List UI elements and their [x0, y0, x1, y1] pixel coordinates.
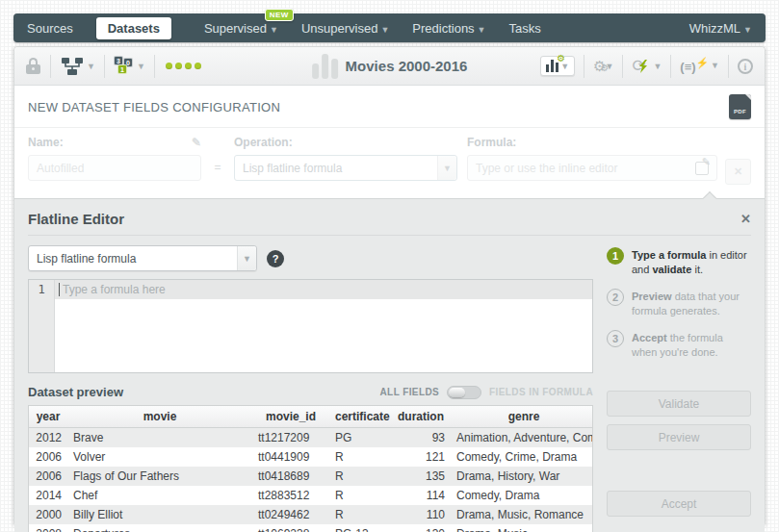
- flatline-body: Lisp flatline formula ▼ ? 1 Type a fo: [28, 245, 751, 532]
- nav-item-sources[interactable]: Sources: [27, 21, 73, 36]
- all-fields-label: ALL FIELDS: [380, 387, 440, 397]
- table-cell: 93: [391, 428, 451, 448]
- step-1-text: Type a formula in editor and validate it…: [632, 247, 751, 277]
- configure-button[interactable]: ⚙⚙ ▼: [593, 58, 613, 75]
- dataset-counts-button[interactable]: 301 ▼: [114, 56, 145, 76]
- table-row: 2012Bravett1217209PG93Animation, Adventu…: [29, 428, 593, 448]
- line-number: 1: [38, 283, 44, 296]
- accept-button[interactable]: Accept: [607, 491, 751, 517]
- chevron-down-icon: ▼: [605, 62, 613, 71]
- nav-item-label: Predictions: [412, 21, 474, 36]
- table-cell: tt2883512: [252, 486, 329, 505]
- formula-button[interactable]: (≡)⚡ ▼: [680, 57, 719, 74]
- code-area[interactable]: Type a formula here: [55, 280, 592, 372]
- formula-code-editor[interactable]: 1 Type a formula here: [28, 279, 593, 373]
- table-cell: Animation, Adventure, Comedy: [451, 428, 593, 448]
- dataset-tree-icon: [60, 57, 85, 76]
- chevron-down-icon: ▼: [237, 246, 256, 270]
- chevron-down-icon: ▼: [478, 25, 486, 35]
- dataset-bars-icon: [312, 54, 338, 79]
- toolbar-divider: [104, 55, 105, 78]
- gear-icon: ⚙: [557, 54, 565, 63]
- step-3-number: 3: [607, 330, 624, 347]
- step-3-text: Accept the formula when you're done.: [632, 330, 751, 360]
- info-button[interactable]: i: [738, 59, 753, 74]
- step-1-number: 1: [607, 247, 624, 265]
- remove-field-button[interactable]: ✕: [725, 159, 751, 185]
- chevron-down-icon: ▼: [87, 62, 95, 71]
- toolbar-divider: [154, 55, 155, 78]
- nav-item-label: Supervised: [204, 21, 267, 36]
- lock-icon[interactable]: [26, 58, 41, 75]
- table-cell: R: [329, 467, 391, 486]
- table-cell: 2006: [29, 467, 67, 486]
- section-title: NEW DATASET FIELDS CONFIGURATION: [28, 100, 280, 114]
- toolbar-divider: [670, 55, 671, 78]
- table-cell: 114: [391, 486, 451, 505]
- table-cell: R: [329, 486, 391, 505]
- table-row: 2014Cheftt2883512R114Comedy, Drama7.3000…: [29, 486, 593, 505]
- column-header: movie: [67, 406, 252, 428]
- toolbar-divider: [584, 55, 584, 78]
- nav-item-unsupervised[interactable]: Unsupervised▼: [301, 21, 389, 36]
- nav-item-predictions[interactable]: Predictions▼: [412, 21, 485, 36]
- flatline-right-column: 1 Type a formula in editor and validate …: [607, 245, 751, 532]
- name-label-row: Name: ✎: [28, 136, 201, 149]
- page-fold: [745, 94, 751, 100]
- status-dots-icon: [166, 63, 201, 69]
- chevron-down-icon: ▼: [437, 156, 456, 180]
- validate-button[interactable]: Validate: [607, 391, 751, 417]
- fields-toggle-switch[interactable]: [447, 386, 481, 399]
- nav-item-whizzml[interactable]: WhizzML▼: [689, 21, 752, 36]
- fields-toggle-group: ALL FIELDS FIELDS IN FORMULA: [380, 386, 594, 399]
- nav-item-supervised[interactable]: Supervised▼ NEW: [204, 21, 278, 36]
- formula-label: Formula:: [467, 136, 717, 149]
- table-row: 2000Billy Elliottt0249462R110Drama, Musi…: [29, 505, 593, 524]
- dataset-title: Movies 2000-2016: [346, 58, 468, 74]
- instruction-steps: 1 Type a formula in editor and validate …: [607, 245, 751, 360]
- pdf-label: PDF: [729, 109, 751, 114]
- table-cell: tt1217209: [252, 428, 329, 448]
- dataset-card: ▼ 301 ▼ Movies 2000-2016 ⚙: [13, 46, 766, 526]
- info-icon: i: [738, 59, 753, 74]
- table-cell: tt0418689: [252, 467, 329, 486]
- dynamic-scatterplot-button[interactable]: ⚙ ▼: [540, 56, 575, 76]
- toggle-knob: [449, 388, 465, 397]
- dataset-preview-table-container: yearmoviemovie_idcertificatedurationgenr…: [28, 405, 593, 532]
- table-cell: Volver: [67, 447, 252, 467]
- step-2-text: Preview data that your formula generates…: [632, 289, 751, 318]
- column-header: movie_id: [252, 406, 329, 428]
- toolbar-divider: [50, 55, 51, 78]
- flatline-editor-panel: Flatline Editor ✕ Lisp flatline formula …: [14, 198, 765, 532]
- operation-select[interactable]: Lisp flatline formula ▼: [234, 155, 457, 181]
- inline-editor-icon[interactable]: [695, 162, 709, 175]
- preview-button[interactable]: Preview: [607, 424, 751, 450]
- formula-input[interactable]: Type or use the inline editor: [467, 155, 717, 181]
- lock-icon: [26, 58, 41, 75]
- toolbar-divider: [728, 55, 729, 78]
- operation-label: Operation:: [234, 136, 457, 149]
- language-select[interactable]: Lisp flatline formula ▼: [28, 245, 257, 271]
- table-cell: R: [329, 505, 391, 524]
- help-icon[interactable]: ?: [267, 250, 284, 267]
- formula-placeholder: Type or use the inline editor: [476, 162, 617, 175]
- nav-item-datasets[interactable]: Datasets: [96, 17, 171, 39]
- export-pdf-button[interactable]: PDF: [729, 94, 751, 119]
- dataset-preview-title: Dataset preview: [28, 385, 123, 399]
- chevron-down-icon: ▼: [137, 62, 145, 71]
- scriptify-button[interactable]: ⟳ ▼: [632, 58, 662, 75]
- name-column: Name: ✎ Autofilled: [28, 136, 201, 185]
- chevron-down-icon: ▼: [743, 25, 752, 35]
- new-badge: NEW: [265, 9, 294, 21]
- close-icon[interactable]: ✕: [740, 212, 751, 226]
- toolbar-actions: ⚙ ▼ ⚙⚙ ▼ ⟳ ▼: [540, 55, 753, 78]
- table-cell: Departures: [67, 524, 252, 532]
- language-row: Lisp flatline formula ▼ ?: [28, 245, 593, 271]
- column-header: duration: [391, 406, 451, 428]
- formula-icon: (≡)⚡: [680, 57, 709, 74]
- name-input[interactable]: Autofilled: [28, 155, 201, 181]
- dataset-tree-button[interactable]: ▼: [60, 57, 95, 76]
- dataset-preview-table: yearmoviemovie_idcertificatedurationgenr…: [29, 406, 593, 532]
- nav-item-tasks[interactable]: Tasks: [509, 21, 541, 36]
- pencil-icon: ✎: [192, 136, 201, 149]
